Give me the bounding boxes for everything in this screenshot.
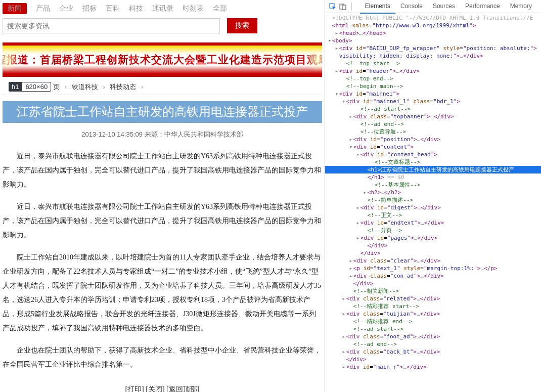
- dom-node[interactable]: ▾<body>: [325, 37, 541, 45]
- toggle-icon[interactable]: ▾: [355, 151, 360, 158]
- dom-node[interactable]: ▸<div id="position">…</div>: [325, 136, 541, 143]
- dom-node[interactable]: <!--文章标题-->: [325, 158, 541, 166]
- dom-node[interactable]: ▾<div id="content_head">: [325, 151, 541, 158]
- toggle-icon[interactable]: ▸: [348, 113, 353, 120]
- toggle-icon[interactable]: ▸: [348, 272, 353, 280]
- toggle-icon[interactable]: ▾: [334, 90, 339, 98]
- dom-node[interactable]: <!--精彩推荐 start-->: [325, 302, 541, 310]
- close-link[interactable]: [关闭]: [146, 385, 164, 392]
- toggle-icon[interactable]: ▸: [348, 136, 353, 143]
- dom-node[interactable]: ▾<div id="content">: [325, 143, 541, 151]
- tab-sources[interactable]: Sources: [428, 0, 460, 14]
- dom-node[interactable]: </div>: [325, 280, 541, 287]
- crumb-news[interactable]: 科技动态: [110, 83, 136, 91]
- dom-node[interactable]: ▸<div id="digest">…</div>: [325, 204, 541, 211]
- dom-node[interactable]: <!--基本属性-->: [325, 181, 541, 189]
- tooltip-tag: h1: [9, 82, 22, 92]
- nav-item-tech[interactable]: 科技: [129, 4, 143, 13]
- dom-node[interactable]: ▸<head>…</head>: [325, 29, 541, 37]
- toggle-icon[interactable]: ▸: [348, 265, 353, 272]
- elements-tree[interactable]: <!DOCTYPE html PUBLIC "-//W3C//DTD XHTML…: [325, 13, 541, 392]
- toggle-icon[interactable]: ▾: [348, 143, 353, 151]
- tab-memory[interactable]: Memory: [505, 0, 537, 14]
- dom-node[interactable]: ▸<div class="related">…</div>: [325, 295, 541, 302]
- dom-node[interactable]: <!--top start-->: [325, 60, 541, 67]
- chevron-right-icon: ›: [141, 83, 143, 91]
- dom-node[interactable]: ▸<div id="main_r">…</div>: [325, 363, 541, 371]
- toggle-icon[interactable]: ▾: [327, 37, 332, 45]
- toggle-icon[interactable]: ▸: [341, 348, 346, 356]
- dom-node[interactable]: ▾<div id="mainnei_l" class="bdr_1">: [325, 98, 541, 105]
- dom-node[interactable]: ▸<div class="topbanner">…</div>: [325, 113, 541, 120]
- dom-node[interactable]: ▾<div id="mainnei">: [325, 90, 541, 98]
- toggle-icon[interactable]: ▸: [341, 363, 346, 371]
- device-toolbar-icon[interactable]: [339, 3, 346, 10]
- dom-node[interactable]: <!--top end-->: [325, 75, 541, 82]
- dom-node[interactable]: ▸<div id="header">…</div>: [325, 67, 541, 75]
- dom-node[interactable]: <h1>江苏省院士工作站自主研发的高铁用电连接器正式投产: [325, 166, 541, 173]
- article-footer: [打印] [关闭] [返回顶部]: [3, 380, 322, 392]
- dom-node[interactable]: ▸<p id="text_1" style="margin-top:1%;">……: [325, 265, 541, 272]
- dom-node[interactable]: <!--精彩推荐 end-->: [325, 318, 541, 325]
- dom-node[interactable]: <!--ad end-->: [325, 340, 541, 348]
- dom-node[interactable]: ▸<div class="tuijian">…</div>: [325, 310, 541, 318]
- nav-item-timetable[interactable]: 时刻表: [183, 4, 204, 13]
- nav-item-company[interactable]: 企业: [59, 4, 73, 13]
- dom-node[interactable]: </div>: [325, 249, 541, 257]
- dom-node[interactable]: <!--begin main-->: [325, 82, 541, 90]
- dom-node[interactable]: visibility: hidden; display: none;">…</d…: [325, 52, 541, 60]
- nav-item-wiki[interactable]: 百科: [106, 4, 120, 13]
- dom-node[interactable]: <!--相关新闻-->: [325, 287, 541, 295]
- toggle-icon[interactable]: ▸: [334, 29, 339, 37]
- nav-item-bid[interactable]: 招标: [82, 4, 97, 13]
- dom-node[interactable]: </div>: [325, 356, 541, 363]
- breadcrumb-area: h1 620×60 页 › 铁道科技 › 科技动态 ›: [3, 81, 322, 95]
- dom-node[interactable]: <html xmlns="http://www.w3.org/1999/xhtm…: [325, 22, 541, 29]
- nav-item-contacts[interactable]: 通讯录: [152, 4, 173, 13]
- dom-node[interactable]: ▸<h2>…</h2>: [325, 189, 541, 196]
- crumb-home[interactable]: 页: [53, 83, 60, 91]
- nav-item-all[interactable]: 全部: [213, 4, 227, 13]
- print-link[interactable]: [打印]: [125, 385, 144, 392]
- dom-node[interactable]: <!--简单描述-->: [325, 196, 541, 204]
- dom-node[interactable]: ▸<div id="BAIDU_DUP_fp_wrapper" style="p…: [325, 45, 541, 52]
- search-button[interactable]: 搜索: [227, 18, 257, 33]
- dom-node[interactable]: <!DOCTYPE html PUBLIC "-//W3C//DTD XHTML…: [325, 14, 541, 22]
- dom-node[interactable]: ▸<div id="endtext">…</div>: [325, 219, 541, 227]
- toggle-icon[interactable]: ▸: [341, 310, 346, 318]
- dom-node[interactable]: ▸<div class="clear">…</div>: [325, 257, 541, 265]
- inspect-icon[interactable]: [329, 3, 336, 10]
- dom-node[interactable]: ▸<div class="back_bt">…</div>: [325, 348, 541, 356]
- dom-node[interactable]: </h1> == $0: [325, 173, 541, 181]
- nav-item-product[interactable]: 产品: [36, 4, 50, 13]
- dom-node[interactable]: ▸<div id="pages">…</div>: [325, 234, 541, 242]
- toggle-icon[interactable]: ▸: [363, 189, 368, 196]
- dom-node[interactable]: ▸<div class="con_ad">…</div>: [325, 272, 541, 280]
- dom-node[interactable]: <!--位置导航-->: [325, 128, 541, 136]
- dom-node[interactable]: <!--ad start-->: [325, 105, 541, 113]
- tab-performance[interactable]: Performance: [460, 0, 505, 14]
- dom-node[interactable]: ▸<div class="foot_ad">…</div>: [325, 333, 541, 340]
- search-input[interactable]: [3, 18, 220, 33]
- dom-node[interactable]: <!--正文-->: [325, 211, 541, 219]
- crumb-rail[interactable]: 铁道科技: [72, 83, 98, 91]
- paragraph: 企业也在院士团队的帮助下，获得了高新技术企业、省科技型中小企业、省民营科技企业等…: [3, 343, 322, 372]
- toggle-icon[interactable]: ▸: [355, 219, 360, 227]
- tab-console[interactable]: Console: [395, 0, 428, 14]
- banner[interactable]: 全程报道：首届桥梁工程创新技术交流大会暨工业化建造示范项目观摩会: [3, 42, 322, 77]
- nav-news[interactable]: 新闻: [3, 3, 27, 14]
- toggle-icon[interactable]: ▸: [341, 295, 346, 302]
- toggle-icon[interactable]: ▾: [341, 98, 346, 105]
- dom-node[interactable]: <!--ad start-->: [325, 325, 541, 333]
- toggle-icon[interactable]: ▸: [355, 234, 360, 242]
- toggle-icon[interactable]: ▸: [341, 333, 346, 340]
- dom-node[interactable]: </div>: [325, 242, 541, 249]
- tab-elements[interactable]: Elements: [360, 0, 395, 14]
- dom-node[interactable]: <!--ad end-->: [325, 120, 541, 128]
- toggle-icon[interactable]: ▸: [334, 45, 339, 52]
- toggle-icon[interactable]: ▸: [348, 257, 353, 265]
- toggle-icon[interactable]: ▸: [355, 204, 360, 211]
- top-link[interactable]: [返回顶部]: [166, 385, 199, 392]
- dom-node[interactable]: <!--分页-->: [325, 227, 541, 234]
- toggle-icon[interactable]: ▸: [334, 67, 339, 75]
